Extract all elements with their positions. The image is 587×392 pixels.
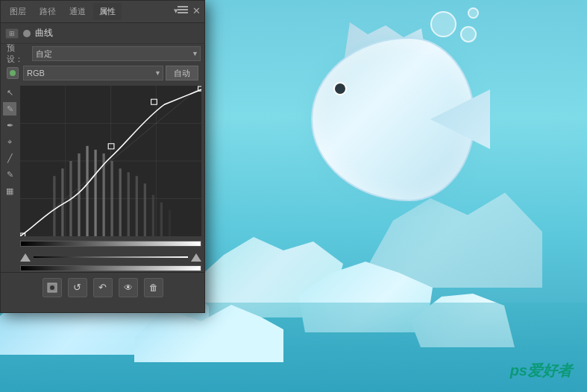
curve-canvas-wrap	[19, 83, 204, 239]
pointer-tool[interactable]: ↖	[3, 86, 16, 99]
trash-icon: 🗑	[149, 282, 158, 293]
curve-svg	[20, 86, 201, 236]
panel-bottom: ↺ ↶ 👁 🗑	[1, 272, 204, 302]
svg-point-27	[50, 285, 54, 290]
svg-rect-18	[152, 195, 154, 236]
svg-rect-19	[160, 203, 163, 236]
reset-previous-button[interactable]: ↺	[68, 278, 87, 297]
tab-channels[interactable]: 通道	[63, 3, 92, 20]
svg-rect-23	[108, 144, 114, 149]
svg-rect-17	[144, 183, 146, 236]
curve-title: 曲线	[35, 27, 53, 39]
reset-icon: ↺	[73, 282, 81, 293]
brush-tool[interactable]: ✎	[3, 168, 16, 181]
adjustment-icon: ⊞	[5, 28, 19, 39]
svg-rect-13	[111, 161, 113, 236]
gradient-bar-top	[20, 241, 201, 247]
curve-canvas[interactable]	[20, 86, 201, 236]
curve-tools: ↖ ✎ ✒ ⌖ ╱ ✎ ▦	[1, 83, 19, 239]
fish-eye	[333, 82, 347, 95]
svg-rect-10	[86, 146, 88, 236]
black-point-slider[interactable]	[20, 253, 31, 262]
channel-select[interactable]: RGB	[23, 66, 163, 80]
preset-row: 预设： 自定 ▼	[1, 44, 204, 63]
curve-dot	[23, 30, 31, 37]
layer-mask-button[interactable]	[43, 278, 62, 297]
eye-icon: 👁	[124, 282, 133, 293]
ps-panel: 图层 路径 通道 属性 ▾ ✕ ⊞ 曲线 预设： 自定 ▼ RGB ▼ 自动	[0, 0, 205, 313]
bubble-3	[468, 7, 479, 19]
tab-paths[interactable]: 路径	[34, 3, 62, 20]
histogram-tool[interactable]: ▦	[3, 184, 16, 197]
svg-rect-15	[128, 172, 130, 236]
slider-row	[1, 250, 204, 265]
bubble-2	[460, 26, 477, 42]
gradient-bar-bottom	[20, 265, 201, 271]
undo-button[interactable]: ↶	[93, 278, 113, 297]
channel-icon	[7, 67, 19, 79]
channel-row: RGB ▼ 自动	[1, 63, 204, 83]
undo-icon: ↶	[98, 282, 107, 293]
curve-point-tool[interactable]: ✎	[3, 102, 16, 116]
gradient-bars	[1, 239, 204, 250]
sample-tool[interactable]: ⌖	[3, 135, 16, 148]
tab-properties[interactable]: 属性	[93, 3, 122, 20]
panel-close-button[interactable]: ✕	[192, 5, 201, 16]
preset-label: 预设：	[7, 42, 28, 65]
fish	[296, 22, 490, 231]
svg-rect-16	[136, 176, 138, 236]
svg-rect-11	[94, 150, 96, 236]
preset-select[interactable]: 自定	[32, 46, 201, 61]
channel-dot	[10, 70, 16, 76]
svg-rect-9	[78, 154, 80, 236]
bubble-1	[430, 11, 456, 37]
svg-rect-6	[53, 176, 55, 236]
curve-main-area: ↖ ✎ ✒ ⌖ ╱ ✎ ▦	[1, 83, 204, 239]
pen-tool[interactable]: ✒	[3, 118, 16, 132]
delete-button[interactable]: 🗑	[144, 278, 163, 297]
tab-layers[interactable]: 图层	[4, 3, 32, 20]
line-tool[interactable]: ╱	[3, 151, 16, 165]
svg-rect-7	[61, 168, 63, 236]
watermark-main: ps爱好者	[510, 361, 572, 381]
visibility-button[interactable]: 👁	[119, 278, 138, 297]
panel-tabs: 图层 路径 通道 属性 ▾ ✕	[1, 1, 204, 23]
svg-rect-14	[119, 168, 122, 236]
auto-button[interactable]: 自动	[166, 66, 198, 80]
panel-menu-icon[interactable]	[178, 6, 188, 15]
white-point-slider[interactable]	[191, 253, 201, 262]
svg-rect-20	[169, 210, 171, 236]
curve-titlebar: ⊞ 曲线	[1, 23, 204, 44]
